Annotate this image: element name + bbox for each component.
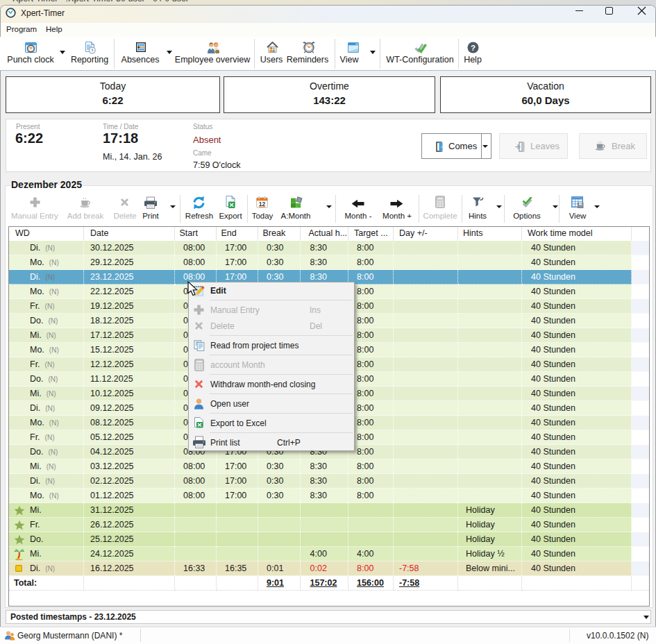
svg-text:?: ? [471, 44, 476, 52]
svg-text:12: 12 [259, 201, 266, 207]
